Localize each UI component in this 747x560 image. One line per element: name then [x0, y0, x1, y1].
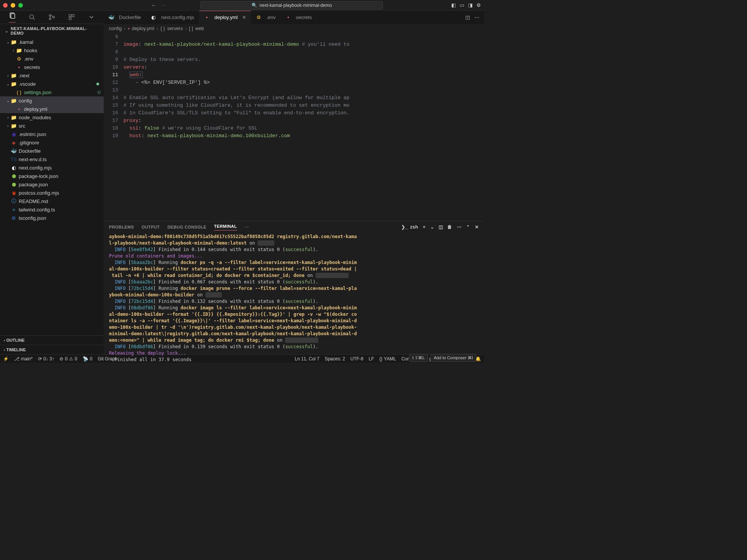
svg-rect-9: [69, 18, 71, 20]
minimize-window[interactable]: [11, 3, 15, 8]
tree-folder[interactable]: ›📁hooks: [0, 46, 104, 54]
terminal-shell-icon[interactable]: ❯_ zsh: [401, 224, 418, 230]
file-type-icon: ◐: [11, 165, 17, 171]
tree-file[interactable]: ▪deploy.yml: [0, 105, 104, 113]
editor-tab[interactable]: ⚙.env: [251, 11, 281, 24]
new-terminal-icon[interactable]: +: [423, 224, 425, 230]
warning-icon: ⚠: [69, 356, 73, 362]
breadcrumb-part[interactable]: servers: [167, 26, 183, 31]
radio-icon: 📡: [83, 356, 88, 362]
nav-forward-icon[interactable]: →: [160, 2, 166, 9]
explorer-icon[interactable]: [9, 12, 16, 22]
tree-folder[interactable]: ›📁src: [0, 122, 104, 130]
tree-file[interactable]: 🐳Dockerfile: [0, 147, 104, 155]
file-name: src: [19, 123, 25, 129]
search-tab-icon[interactable]: [29, 14, 35, 21]
breadcrumb-part[interactable]: deploy.yml: [132, 26, 154, 31]
panel-tab-output[interactable]: OUTPUT: [142, 225, 160, 229]
explorer-header[interactable]: ⌄ NEXT-KAMAL-PLAYBOOK-MINIMAL-DEMO: [0, 24, 104, 38]
scm-tab-icon[interactable]: [48, 14, 55, 21]
code-content[interactable]: image: next-kamal-playbook/next-kamal-pl…: [123, 33, 484, 221]
file-type-icon: ▪: [16, 64, 22, 70]
layout-primary-icon[interactable]: ◧: [451, 2, 456, 8]
panel-more-icon[interactable]: ⋯: [457, 224, 462, 230]
panel-tab-debug[interactable]: DEBUG CONSOLE: [167, 225, 206, 229]
remote-indicator[interactable]: ⚡: [3, 356, 9, 362]
tree-folder[interactable]: ›📁.next: [0, 71, 104, 80]
tree-folder[interactable]: ›📁node_modules: [0, 113, 104, 122]
more-actions-icon[interactable]: ⋯: [474, 14, 479, 20]
tree-folder[interactable]: ⌄📁.vscode: [0, 80, 104, 88]
file-name: .env: [24, 56, 34, 62]
chevron-right-icon: ›: [157, 26, 158, 31]
git-branch[interactable]: ⎇main*: [14, 356, 33, 362]
file-type-icon: ⓘ: [11, 198, 17, 205]
breadcrumb-part[interactable]: web: [195, 26, 204, 31]
file-type-icon: ⬢: [11, 182, 17, 187]
outline-section[interactable]: › OUTLINE: [0, 335, 104, 345]
tree-file[interactable]: ≈tailwind.config.ts: [0, 205, 104, 214]
file-type-icon: 🐳: [11, 148, 17, 154]
extensions-tab-icon[interactable]: [68, 14, 75, 21]
tree-file[interactable]: ◈.gitignore: [0, 138, 104, 147]
editor-tab[interactable]: ▪secrets: [281, 11, 317, 24]
file-type-icon: 📁: [11, 115, 17, 120]
file-name: tailwind.config.ts: [19, 207, 55, 213]
tree-file[interactable]: ⚙.env: [0, 54, 104, 63]
tree-file[interactable]: ⓘREADME.md: [0, 197, 104, 205]
editor-tab[interactable]: ▪deploy.yml✕: [199, 11, 251, 24]
chevron-up-icon[interactable]: ⌃: [466, 224, 470, 230]
tree-file[interactable]: ◉postcss.config.mjs: [0, 189, 104, 197]
tree-file[interactable]: ⬢package-lock.json: [0, 172, 104, 180]
panel-tab-terminal[interactable]: TERMINAL: [214, 224, 237, 230]
breadcrumb[interactable]: config › ▪ deploy.yml › { } servers › [ …: [104, 24, 484, 33]
code-editor[interactable]: 678910111213141516171819 image: next-kam…: [104, 33, 484, 221]
panel-tabs: PROBLEMS OUTPUT DEBUG CONSOLE TERMINAL ⋯…: [104, 221, 484, 233]
line-gutter: 678910111213141516171819: [104, 33, 123, 221]
chevron-right-icon: ›: [5, 124, 11, 128]
chevron-right-icon: ›: [4, 338, 5, 342]
git-sync[interactable]: ⟳0↓ 3↑: [38, 356, 55, 362]
split-editor-icon[interactable]: ◫: [465, 14, 470, 20]
ports[interactable]: 📡0: [83, 356, 93, 362]
more-tab-icon[interactable]: [88, 14, 95, 21]
branch-icon: ⎇: [14, 356, 19, 362]
file-name: next.config.mjs: [19, 165, 52, 171]
tree-file[interactable]: TSnext-env.d.ts: [0, 155, 104, 163]
problems-count[interactable]: ⊘0 ⚠0: [59, 356, 77, 362]
tree-file[interactable]: ◉.eslintrc.json: [0, 130, 104, 138]
close-panel-icon[interactable]: ✕: [475, 224, 479, 230]
timeline-section[interactable]: › TIMELINE: [0, 345, 104, 354]
tree-file[interactable]: ◐next.config.mjs: [0, 163, 104, 172]
editor-tab[interactable]: 🐳Dockerfile: [104, 11, 146, 24]
tree-folder[interactable]: ⌄📁.kamal: [0, 38, 104, 46]
breadcrumb-part[interactable]: config: [109, 26, 122, 31]
layout-panel-icon[interactable]: ▭: [460, 2, 464, 8]
panel-tab-more-icon[interactable]: ⋯: [245, 225, 249, 230]
file-type-icon: 📁: [16, 48, 22, 53]
file-name: README.md: [19, 198, 48, 204]
trash-icon[interactable]: 🗑: [447, 224, 452, 230]
tree-file[interactable]: { }settings.jsonU: [0, 88, 104, 96]
layout-secondary-icon[interactable]: ◨: [468, 2, 473, 8]
file-name: config: [19, 98, 32, 104]
settings-gear-icon[interactable]: ⚙: [476, 2, 481, 8]
file-type-icon: ▪: [16, 106, 22, 112]
file-type-icon: ⚙: [11, 215, 17, 221]
chevron-down-icon: ⌄: [4, 29, 9, 33]
tree-file[interactable]: ▪secrets: [0, 63, 104, 71]
close-tab-icon[interactable]: ✕: [242, 14, 246, 20]
tree-folder[interactable]: ⌄📁config: [0, 96, 104, 105]
maximize-window[interactable]: [18, 3, 23, 8]
tree-file[interactable]: ⚙tsconfig.json: [0, 214, 104, 222]
editor-tab[interactable]: ◐next.config.mjs: [146, 11, 199, 24]
split-terminal-chevron-icon[interactable]: ⌄: [430, 224, 434, 230]
panel-tab-problems[interactable]: PROBLEMS: [109, 225, 134, 229]
command-center[interactable]: 🔍 next-kamal-playbook-minimal-demo: [200, 1, 383, 10]
close-window[interactable]: [3, 3, 8, 8]
nav-back-icon[interactable]: ←: [151, 2, 157, 9]
tree-file[interactable]: ⬢package.json: [0, 180, 104, 189]
split-panel-icon[interactable]: ◫: [439, 224, 443, 230]
terminal-output[interactable]: aybook-minimal-demo:f80149c738d5f51a5bd6…: [104, 233, 484, 363]
main: ⌄ NEXT-KAMAL-PLAYBOOK-MINIMAL-DEMO ⌄📁.ka…: [0, 11, 484, 354]
